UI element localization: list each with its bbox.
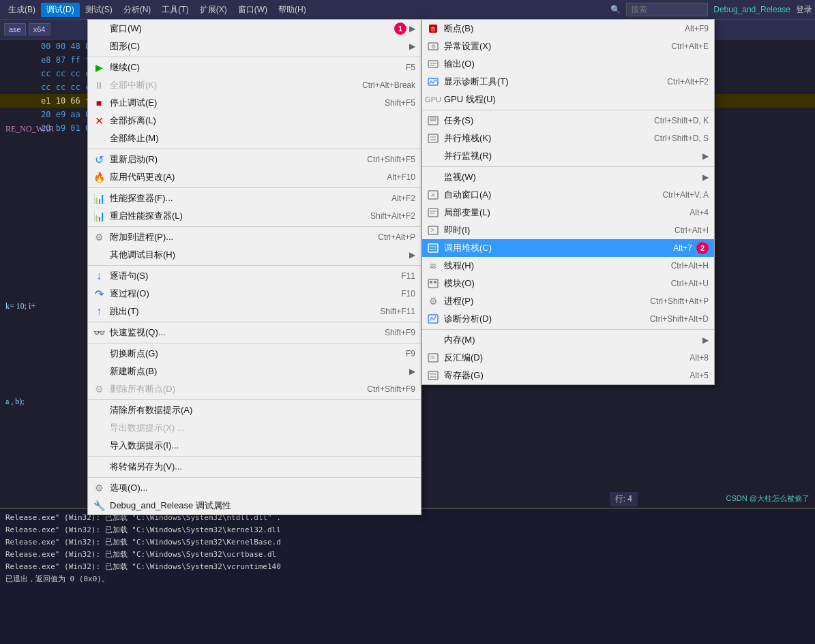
menu-graphics[interactable]: 图形(C) ▶ (88, 37, 421, 55)
locals-icon (426, 206, 440, 219)
submenu-diag-tools[interactable]: 显示诊断工具(T) Ctrl+Alt+F2 (422, 73, 714, 91)
menu-attach-process[interactable]: ⚙ 附加到进程(P)... Ctrl+Alt+P (88, 228, 421, 246)
menu-clear-hints[interactable]: 清除所有数据提示(A) (88, 401, 421, 419)
menu-new-bp[interactable]: 新建断点(B) ▶ (88, 363, 421, 380)
csdn-watermark: CSDN @大柱怎么被偷了 (726, 493, 810, 504)
submenu-output[interactable]: 输出(O) (422, 55, 714, 73)
submenu-parallel-stacks[interactable]: 并行堆栈(K) Ctrl+Shift+D, S (422, 129, 714, 147)
other-targets-label: 其他调试目标(H) (110, 249, 406, 261)
locals-label: 局部变量(L) (444, 206, 676, 219)
menu-tools[interactable]: 工具(T) (156, 3, 194, 17)
parallel-watch-label: 并行监视(R) (444, 150, 700, 162)
step-out-shortcut: Shift+F11 (380, 307, 415, 316)
login-button[interactable]: 登录 (796, 4, 812, 16)
menu-terminate-all[interactable]: 全部终止(M) (88, 129, 421, 147)
menu-other-targets[interactable]: 其他调试目标(H) ▶ (88, 246, 421, 264)
divider-1 (88, 57, 421, 57)
menu-extensions[interactable]: 扩展(X) (194, 3, 233, 17)
svg-rect-11 (428, 134, 438, 142)
menu-quick-watch[interactable]: 👓 快速监视(Q)... Shift+F9 (88, 324, 421, 341)
sub-divider-2 (422, 166, 714, 167)
submenu-gpu-threads[interactable]: GPU GPU 线程(U) (422, 91, 714, 108)
menu-restart-perf[interactable]: 📊 重启性能探查器(L) Shift+Alt+F2 (88, 207, 421, 225)
submenu-call-stack[interactable]: 调用堆栈(C) Alt+7 2 (422, 239, 714, 257)
submenu-threads[interactable]: ≋ 线程(H) Ctrl+Alt+H (422, 257, 714, 275)
menu-apply-code[interactable]: 🔥 应用代码更改(A) Alt+F10 (88, 168, 421, 186)
modules-label: 模块(O) (444, 277, 657, 290)
menu-step-over[interactable]: ↷ 逐过程(O) F10 (88, 285, 421, 303)
submenu-memory[interactable]: 内存(M) ▶ (422, 331, 714, 349)
call-stack-badge: 2 (696, 242, 709, 254)
output-line-5: Release.exe" (Win32): 已加载 "C:\Windows\Sy… (5, 561, 810, 573)
registers-shortcut: Alt+5 (690, 371, 709, 380)
export-hints-label: 导出数据提示(X) ... (110, 422, 415, 434)
menu-window[interactable]: 窗口(W) (233, 3, 273, 17)
threads-shortcut: Ctrl+Alt+H (671, 261, 709, 271)
clear-hints-label: 清除所有数据提示(A) (110, 404, 415, 416)
submenu-parallel-watch[interactable]: 并行监视(R) ▶ (422, 147, 714, 165)
menu-export-hints[interactable]: 导出数据提示(X) ... (88, 419, 421, 437)
output-line-4: Release.exe" (Win32): 已加载 "C:\Windows\Sy… (5, 549, 810, 561)
menu-windows[interactable]: 窗口(W) 1 ▶ (88, 20, 421, 37)
parallel-stacks-shortcut: Ctrl+Shift+D, S (654, 134, 709, 143)
submenu-modules[interactable]: 模块(O) Ctrl+Alt+U (422, 275, 714, 292)
diag-analysis-label: 诊断分析(D) (444, 313, 636, 325)
submenu-breakpoints[interactable]: B 断点(B) Alt+F9 (422, 20, 714, 37)
menu-step-into[interactable]: ↓ 逐语句(S) F11 (88, 267, 421, 285)
processes-label: 进程(P) (444, 295, 636, 307)
submenu-locals[interactable]: 局部变量(L) Alt+4 (422, 204, 714, 221)
menu-help[interactable]: 帮助(H) (273, 3, 312, 17)
menu-test[interactable]: 测试(S) (80, 3, 118, 17)
submenu-diag-analysis[interactable]: 诊断分析(D) Ctrl+Shift+Alt+D (422, 310, 714, 328)
quick-watch-label: 快速监视(Q)... (110, 326, 371, 339)
tasks-shortcut: Ctrl+Shift+D, K (654, 116, 709, 125)
submenu-immediate[interactable]: > 即时(I) Ctrl+Alt+I (422, 221, 714, 239)
diag-tools-icon (426, 75, 440, 89)
search-icon: 🔍 (610, 5, 621, 14)
toolbar-x64[interactable]: x64 (29, 23, 50, 35)
menu-import-hints[interactable]: 导入数据提示(I)... (88, 437, 421, 455)
step-out-label: 跳出(T) (110, 305, 366, 318)
search-input[interactable] (626, 3, 708, 16)
menu-toggle-bp[interactable]: 切换断点(G) F9 (88, 345, 421, 363)
autos-icon: A (426, 188, 440, 202)
menu-stop-debug[interactable]: ■ 停止调试(E) Shift+F5 (88, 94, 421, 112)
menu-save-dump[interactable]: 将转储另存为(V)... (88, 458, 421, 476)
toolbar-base[interactable]: ase (4, 23, 26, 35)
menu-debug-props[interactable]: 🔧 Debug_and_Release 调试属性 (88, 497, 421, 515)
submenu-disassembly[interactable]: 0x 反汇编(D) Alt+8 (422, 349, 714, 367)
menu-delete-all-bp[interactable]: ⚙ 删除所有断点(D) Ctrl+Shift+F9 (88, 380, 421, 398)
options-label: 选项(O)... (110, 482, 415, 494)
immediate-icon: > (426, 224, 440, 237)
submenu-tasks[interactable]: 任务(S) Ctrl+Shift+D, K (422, 112, 714, 129)
new-bp-icon (92, 365, 106, 378)
menu-build[interactable]: 生成(B) (3, 3, 41, 17)
menu-options[interactable]: ⚙ 选项(O)... (88, 479, 421, 497)
row-indicator: 行: 4 (610, 492, 638, 506)
break-all-icon: ⏸ (92, 78, 106, 92)
menu-detach-all[interactable]: ✕ 全部拆离(L) (88, 112, 421, 129)
submenu-registers[interactable]: 寄存器(G) Alt+5 (422, 367, 714, 384)
submenu-autos[interactable]: A 自动窗口(A) Ctrl+Alt+V, A (422, 186, 714, 204)
import-hints-icon (92, 439, 106, 453)
menu-continue[interactable]: ▶ 继续(C) F5 (88, 59, 421, 76)
menu-break-all[interactable]: ⏸ 全部中断(K) Ctrl+Alt+Break (88, 76, 421, 94)
menu-restart[interactable]: ↺ 重新启动(R) Ctrl+Shift+F5 (88, 151, 421, 168)
processes-shortcut: Ctrl+Shift+Alt+P (650, 296, 709, 306)
submenu-exception-settings[interactable]: ⚙ 异常设置(X) Ctrl+Alt+E (422, 37, 714, 55)
submenu-processes[interactable]: ⚙ 进程(P) Ctrl+Shift+Alt+P (422, 292, 714, 310)
tasks-label: 任务(S) (444, 114, 640, 127)
attach-process-label: 附加到进程(P)... (110, 231, 364, 243)
threads-icon: ≋ (426, 259, 440, 273)
menu-analyze[interactable]: 分析(N) (118, 3, 157, 17)
detach-all-icon: ✕ (92, 114, 106, 127)
export-hints-icon (92, 421, 106, 435)
submenu-watch[interactable]: 监视(W) ▶ (422, 168, 714, 186)
call-stack-label: 调用堆栈(C) (444, 242, 660, 254)
breakpoints-label: 断点(B) (444, 22, 671, 35)
menu-debug[interactable]: 调试(D) (41, 3, 80, 17)
debug-props-icon: 🔧 (92, 499, 106, 512)
exception-settings-icon: ⚙ (426, 40, 440, 53)
menu-perf-explorer[interactable]: 📊 性能探查器(F)... Alt+F2 (88, 189, 421, 207)
menu-step-out[interactable]: ↑ 跳出(T) Shift+F11 (88, 303, 421, 320)
